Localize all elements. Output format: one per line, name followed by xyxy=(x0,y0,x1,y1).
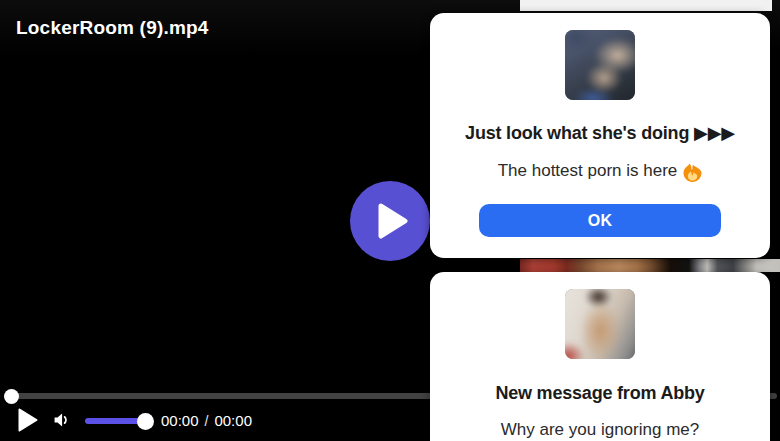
popup-thumbnail-image xyxy=(565,30,635,100)
time-display: 00:00 / 00:00 xyxy=(161,412,252,429)
big-play-button[interactable] xyxy=(350,181,430,261)
popup-body: Why are you ignoring me? xyxy=(501,419,699,441)
progress-knob[interactable] xyxy=(4,389,19,404)
ok-button[interactable]: OK xyxy=(479,204,721,237)
page: LockerRoom (9).mp4 xyxy=(0,0,780,441)
notification-popup-2[interactable]: New message from Abby Why are you ignori… xyxy=(430,272,770,441)
volume-button[interactable] xyxy=(49,408,73,432)
volume-knob[interactable] xyxy=(137,413,154,430)
popup-subtitle-text: The hottest porn is here xyxy=(498,160,678,182)
duration: 00:00 xyxy=(214,412,252,429)
video-title: LockerRoom (9).mp4 xyxy=(16,17,209,39)
time-separator: / xyxy=(205,413,209,429)
blurred-photo xyxy=(565,289,635,359)
play-icon xyxy=(378,203,408,239)
speaker-icon xyxy=(50,409,72,431)
blurred-photo xyxy=(565,30,635,100)
notification-popup-1[interactable]: Just look what she's doing ▶▶▶ The hotte… xyxy=(430,13,770,258)
popup-subtitle: The hottest porn is here xyxy=(498,160,703,182)
popup-thumbnail-image xyxy=(565,289,635,359)
play-button[interactable] xyxy=(16,407,40,433)
volume-slider[interactable] xyxy=(85,418,146,424)
page-behind-photo-strip xyxy=(520,259,780,272)
page-behind-top-strip xyxy=(520,0,772,11)
fire-emoji-icon xyxy=(683,163,702,182)
popup-title: New message from Abby xyxy=(495,381,704,405)
current-time: 00:00 xyxy=(161,412,199,429)
play-icon xyxy=(18,408,38,432)
popup-title: Just look what she's doing ▶▶▶ xyxy=(465,121,735,145)
